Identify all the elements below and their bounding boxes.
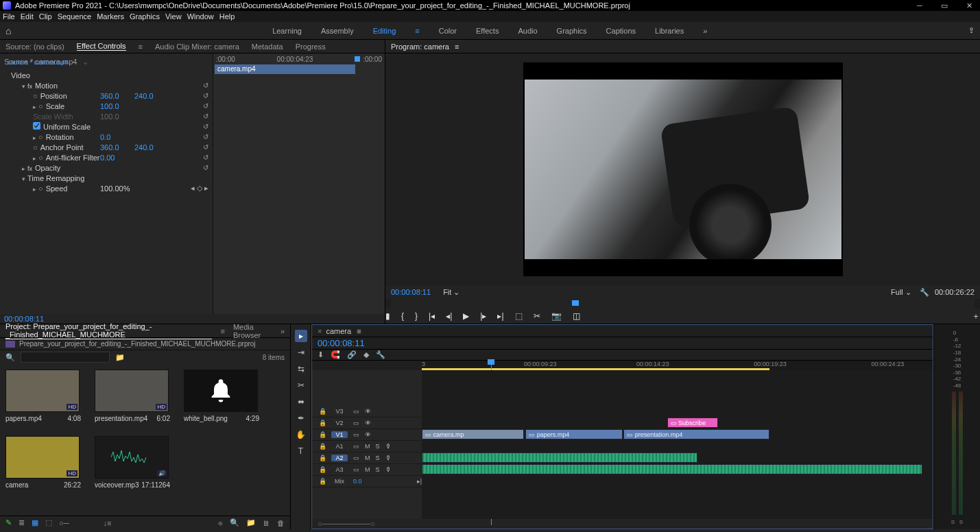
eye-icon[interactable]: 👁 bbox=[365, 408, 371, 415]
menu-markers[interactable]: Markers bbox=[97, 12, 124, 21]
lock-icon[interactable]: 🔒 bbox=[319, 431, 326, 438]
track-toggle-icon[interactable]: ▭ bbox=[353, 420, 359, 426]
workspace-graphics[interactable]: Graphics bbox=[557, 27, 587, 35]
ec-playhead-icon[interactable] bbox=[355, 56, 360, 62]
menu-sequence[interactable]: Sequence bbox=[58, 12, 92, 21]
timeline-settings-icon[interactable]: 🔧 bbox=[376, 350, 385, 359]
ec-anchor-x[interactable]: 360.0 bbox=[100, 143, 134, 152]
ec-bottom-timecode[interactable]: 00:00:08:11 bbox=[0, 314, 385, 324]
clip-camera[interactable]: ▭ camera.mp bbox=[422, 429, 524, 439]
bin-item[interactable]: HD camera26:22 bbox=[5, 436, 81, 489]
delete-icon[interactable]: 🗑 bbox=[277, 519, 285, 527]
menu-view[interactable]: View bbox=[165, 12, 182, 21]
export-icon[interactable]: ⇪ bbox=[968, 26, 975, 35]
clip-presentation[interactable]: ▭ presentation.mp4 bbox=[623, 429, 769, 439]
bin-thumbnail[interactable]: 🔊 bbox=[95, 436, 169, 479]
clip-audio-a2[interactable] bbox=[422, 452, 697, 463]
add-button-icon[interactable]: ＋ bbox=[972, 311, 980, 322]
bin-thumbnail[interactable]: HD bbox=[5, 436, 80, 479]
project-search-input[interactable] bbox=[21, 352, 110, 363]
mix-value[interactable]: 0.0 bbox=[353, 478, 362, 485]
reset-icon[interactable]: ↺ bbox=[203, 133, 208, 141]
extract-icon[interactable]: ✂ bbox=[534, 311, 540, 321]
track-toggle-icon[interactable]: ▭ bbox=[353, 466, 359, 473]
reset-icon[interactable]: ↺ bbox=[203, 82, 208, 89]
lock-icon[interactable]: 🔒 bbox=[319, 478, 326, 485]
mic-icon[interactable]: 🎙 bbox=[385, 466, 392, 473]
automate-icon[interactable]: ⎆ bbox=[218, 519, 223, 527]
workspace-editing[interactable]: Editing bbox=[373, 27, 396, 35]
reset-icon[interactable]: ↺ bbox=[203, 123, 208, 130]
horiz-scroll[interactable]: ○─────────○ bbox=[318, 520, 374, 528]
menu-file[interactable]: File bbox=[3, 12, 15, 21]
freeform-view-icon[interactable]: ⬚ bbox=[45, 518, 52, 527]
track-v2[interactable]: V2 bbox=[331, 420, 348, 426]
track-v1[interactable]: V1 bbox=[331, 431, 348, 438]
out-point-icon[interactable]: } bbox=[415, 311, 418, 321]
track-toggle-icon[interactable]: ▭ bbox=[353, 455, 359, 461]
lock-icon[interactable]: 🔒 bbox=[319, 408, 326, 415]
timeline-timecode[interactable]: 00:00:08:11 bbox=[318, 338, 365, 348]
bin-thumbnail[interactable]: HD bbox=[95, 370, 169, 412]
track-a1[interactable]: A1 bbox=[331, 443, 348, 450]
ec-antiflicker-label[interactable]: ○Anti-flicker Filter bbox=[4, 154, 100, 162]
expand-icon[interactable]: ▸| bbox=[417, 478, 422, 485]
step-fwd-icon[interactable]: |▸ bbox=[480, 311, 486, 321]
lock-icon[interactable]: 🔒 bbox=[319, 455, 326, 461]
workspace-color[interactable]: Color bbox=[439, 27, 457, 35]
track-toggle-icon[interactable]: ▭ bbox=[353, 431, 359, 438]
workspace-assembly[interactable]: Assembly bbox=[321, 27, 354, 35]
workspace-captions[interactable]: Captions bbox=[606, 27, 636, 35]
bin-item[interactable]: white_bell.png4:29 bbox=[184, 370, 259, 422]
ec-antiflicker-val[interactable]: 0.00 bbox=[100, 154, 134, 162]
close-button[interactable]: ✕ bbox=[961, 1, 977, 10]
new-item-icon[interactable]: 🗎 bbox=[263, 519, 270, 527]
clip-writable-icon[interactable]: ✎ bbox=[5, 518, 12, 527]
type-tool-icon[interactable]: T bbox=[295, 445, 307, 457]
tab-audio-clip-mixer[interactable]: Audio Clip Mixer: camera bbox=[155, 43, 239, 51]
bin-thumbnail[interactable] bbox=[184, 370, 258, 412]
eye-icon[interactable]: 👁 bbox=[365, 420, 371, 426]
tab-metadata[interactable]: Metadata bbox=[252, 43, 283, 51]
keyframe-nav-icon[interactable]: ◂ ◇ ▸ bbox=[191, 184, 208, 193]
track-content[interactable]: ▭ Subscribe ▭ camera.mp ▭ papers.mp4 ▭ p… bbox=[422, 370, 933, 519]
marker-icon[interactable]: ▮ bbox=[385, 311, 390, 321]
ec-rotation-val[interactable]: 0.0 bbox=[100, 133, 134, 141]
effect-controls-menu-icon[interactable]: ≡ bbox=[139, 43, 143, 51]
ec-scale-label[interactable]: ○Scale bbox=[4, 102, 100, 110]
zoom-fit-dropdown[interactable]: Fit ⌄ bbox=[443, 288, 459, 297]
menu-edit[interactable]: Edit bbox=[21, 12, 34, 21]
workspace-audio[interactable]: Audio bbox=[518, 27, 537, 35]
ec-opacity[interactable]: fxOpacity bbox=[4, 164, 100, 172]
ec-position-x[interactable]: 360.0 bbox=[100, 92, 134, 100]
track-select-tool-icon[interactable]: ⇥ bbox=[295, 346, 307, 359]
go-to-in-icon[interactable]: |◂ bbox=[429, 311, 435, 321]
reset-icon[interactable]: ↺ bbox=[203, 112, 208, 120]
menu-clip[interactable]: Clip bbox=[39, 12, 52, 21]
track-a2[interactable]: A2 bbox=[331, 455, 348, 461]
workspace-learning[interactable]: Learning bbox=[272, 27, 302, 35]
bin-item[interactable]: 🔊 voiceover.mp317:11264 bbox=[95, 436, 170, 489]
workspace-effects[interactable]: Effects bbox=[476, 27, 499, 35]
ripple-tool-icon[interactable]: ⇆ bbox=[295, 363, 307, 375]
selection-tool-icon[interactable]: ▸ bbox=[295, 330, 307, 342]
ec-anchor-y[interactable]: 240.0 bbox=[134, 143, 169, 152]
eye-icon[interactable]: 👁 bbox=[365, 431, 371, 438]
reset-icon[interactable]: ↺ bbox=[203, 143, 208, 151]
razor-tool-icon[interactable]: ✂ bbox=[295, 379, 307, 391]
step-back-icon[interactable]: ◂| bbox=[446, 311, 452, 321]
bin-item[interactable]: HD presentation.mp46:02 bbox=[95, 370, 170, 422]
sequence-name[interactable]: camera bbox=[326, 327, 351, 335]
ec-speed-val[interactable]: 100.00% bbox=[100, 184, 130, 193]
clip-subscribe[interactable]: ▭ Subscribe bbox=[667, 418, 719, 428]
tab-media-browser[interactable]: Media Browser bbox=[233, 323, 272, 339]
list-view-icon[interactable]: ≣ bbox=[19, 518, 25, 527]
ec-scale-val[interactable]: 100.0 bbox=[100, 102, 134, 110]
lock-icon[interactable]: 🔒 bbox=[319, 420, 326, 426]
maximize-button[interactable]: ▭ bbox=[936, 1, 953, 10]
marker-add-icon[interactable]: ◆ bbox=[363, 350, 369, 359]
menu-graphics[interactable]: Graphics bbox=[130, 12, 160, 21]
lift-icon[interactable]: ⬚ bbox=[515, 311, 523, 321]
clip-papers[interactable]: ▭ papers.mp4 bbox=[525, 429, 623, 439]
program-menu-icon[interactable]: ≡ bbox=[455, 43, 459, 51]
